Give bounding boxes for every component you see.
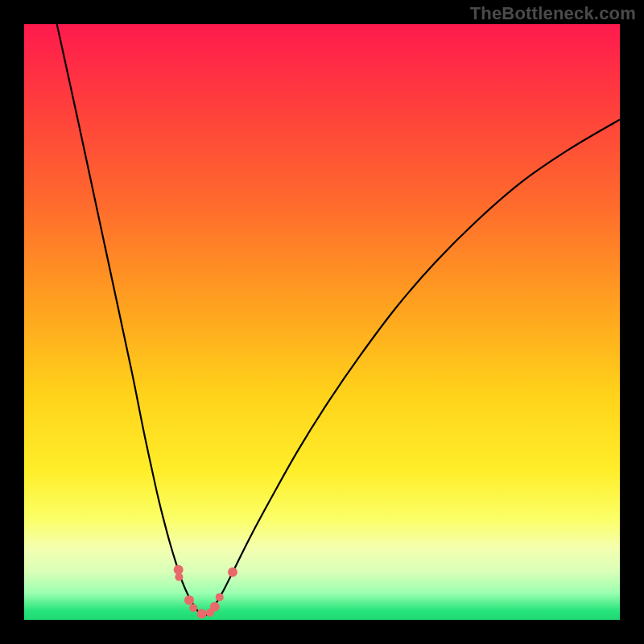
watermark-text: TheBottleneck.com [470,3,636,24]
outer-frame: TheBottleneck.com [0,0,644,644]
gradient-rect [24,24,620,620]
data-marker [228,568,237,577]
data-marker [210,602,220,612]
data-marker [216,593,224,601]
data-marker [175,573,183,581]
chart-svg [24,24,620,620]
data-marker [184,596,194,605]
plot-area [24,24,620,620]
data-marker [189,604,197,612]
data-marker [197,609,207,619]
